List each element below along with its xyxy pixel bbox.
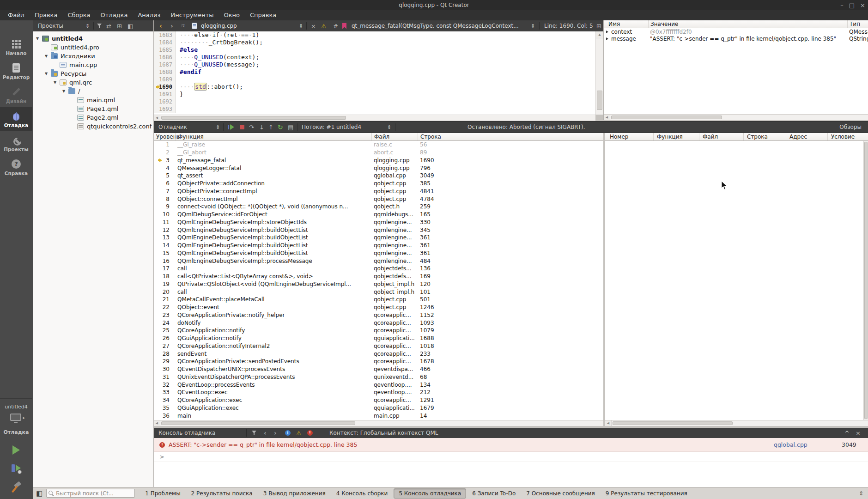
output-tab-8[interactable]: 9 Результаты тестирования xyxy=(601,489,692,498)
column-value[interactable]: Значение xyxy=(648,20,847,28)
column-4[interactable]: Строка xyxy=(747,133,768,140)
mode-button-debug[interactable]: Отладка xyxy=(0,107,32,131)
menu-2[interactable]: Сборка xyxy=(62,12,95,18)
restart-icon[interactable]: ↻ xyxy=(278,123,283,131)
column-5[interactable]: Адрес xyxy=(789,133,807,140)
output-tab-1[interactable]: 1 Проблемы xyxy=(140,489,185,498)
stack-frame-row[interactable]: 3qt_message_fatalqlogging.cpp1690 xyxy=(154,157,603,164)
menu-6[interactable]: Окно xyxy=(219,12,245,18)
output-pane-arrows-icon[interactable]: ⇕ xyxy=(859,490,863,497)
stack-frame-row[interactable]: 25QCoreApplication::notifyqcoreapplic...… xyxy=(154,327,603,335)
scrollbar-thumb[interactable] xyxy=(161,116,346,120)
scroll-left-icon[interactable]: ◀ xyxy=(605,420,612,426)
column-6[interactable]: Условие xyxy=(831,133,855,140)
views-button[interactable]: Обзоры xyxy=(839,124,862,130)
stack-horizontal-scrollbar[interactable]: ◀ xyxy=(154,420,603,426)
tree-item-project-root[interactable]: ▼untitled4 xyxy=(33,34,153,43)
line-number-gutter[interactable]: 1693 xyxy=(154,105,176,113)
stack-frame-row[interactable]: 12QQmlEngineDebugServiceImpl::buildObjec… xyxy=(154,226,603,234)
code-editor[interactable]: 1683····else·if·(ret·==·1)1684········_C… xyxy=(154,31,603,115)
stack-frame-row[interactable]: 13QQmlEngineDebugServiceImpl::buildObjec… xyxy=(154,234,603,242)
stack-frame-row[interactable]: 16QQmlEngineDebugServiceImpl::processMes… xyxy=(154,257,603,265)
filter-icon[interactable] xyxy=(97,23,103,29)
variable-row[interactable]: context@0x7fffffffd2f0QMessa xyxy=(604,28,868,35)
line-number-gutter[interactable]: 1691 xyxy=(154,91,176,98)
variable-row[interactable]: message"ASSERT: "c->sender == q_ptr" in … xyxy=(604,35,868,42)
scrollbar-thumb[interactable] xyxy=(864,142,868,419)
scrollbar-thumb[interactable] xyxy=(597,91,602,110)
expand-arrow-icon[interactable] xyxy=(606,37,608,40)
expand-arrow-icon[interactable] xyxy=(606,30,608,33)
error-filter-icon[interactable] xyxy=(307,430,313,436)
stack-frame-row[interactable]: 6QObjectPrivate::addConnectionqobject.cp… xyxy=(154,180,603,188)
panel-selector-arrows-icon[interactable]: ⇕ xyxy=(85,23,90,29)
menu-5[interactable]: Инструменты xyxy=(165,12,219,18)
menu-0[interactable]: Файл xyxy=(3,12,30,18)
tree-item-qtquickcontrols2-conf[interactable]: qtquickcontrols2.conf xyxy=(33,122,153,131)
output-tab-2[interactable]: 2 Результаты поиска xyxy=(187,489,257,498)
column-3[interactable]: Файл xyxy=(703,133,718,140)
close-document-icon[interactable]: × xyxy=(311,23,316,30)
tree-expand-arrow-icon[interactable]: ▼ xyxy=(35,37,42,41)
column-1[interactable]: Номер xyxy=(610,133,628,140)
close-panel-icon[interactable]: × xyxy=(856,430,861,437)
stack-frame-row[interactable]: 18call<QtPrivate::List<QByteArray const&… xyxy=(154,273,603,280)
output-tab-5[interactable]: 5 Консоль отладчика xyxy=(394,488,466,499)
close-sidebar-icon[interactable]: ◧ xyxy=(127,23,133,30)
hash-symbol-icon[interactable]: # xyxy=(333,23,338,30)
mode-button-editor[interactable]: Редактор xyxy=(0,59,32,83)
warning-filter-icon[interactable]: ⚠ xyxy=(296,430,302,437)
stack-frame-row[interactable]: 32QEventLoop::processEventsqeventloop...… xyxy=(154,381,603,389)
kit-selector[interactable]: ▸ xyxy=(9,414,23,424)
step-out-icon[interactable]: ↑ xyxy=(268,124,273,131)
maximize-icon[interactable]: □ xyxy=(849,2,855,9)
tree-item-root-dir[interactable]: ▼/ xyxy=(33,87,153,96)
column-function[interactable]: Функция xyxy=(175,133,371,140)
line-number-gutter[interactable]: 1683 xyxy=(154,31,176,39)
scroll-left-icon[interactable]: ◀ xyxy=(154,420,160,426)
line-number-gutter[interactable]: 1684 xyxy=(154,39,176,46)
stack-frame-row[interactable]: 24doNotifyqcoreapplic...1093 xyxy=(154,319,603,327)
tree-item-page2-qml[interactable]: Page2.qml xyxy=(33,113,153,122)
menu-7[interactable]: Справка xyxy=(245,12,281,18)
stack-frame-row[interactable]: 8QObject::connectImplqobject.cpp4784 xyxy=(154,195,603,203)
stack-frame-row[interactable]: 17callqobjectdefs...136 xyxy=(154,265,603,273)
step-into-icon[interactable]: ↓ xyxy=(259,124,264,131)
output-tab-4[interactable]: 4 Консоль сборки xyxy=(332,489,393,498)
column-level[interactable]: Уровень xyxy=(154,133,175,140)
line-number-gutter[interactable]: 1688 xyxy=(154,68,176,76)
stop-debugger-icon[interactable] xyxy=(240,125,244,129)
stack-frame-row[interactable]: 23QCoreApplicationPrivate::notify_helper… xyxy=(154,311,603,319)
locals-horizontal-scrollbar[interactable]: ◀ xyxy=(604,114,868,120)
filter-icon[interactable] xyxy=(252,430,257,436)
column-file[interactable]: Файл xyxy=(371,133,418,140)
collapse-panel-icon[interactable]: ^ xyxy=(844,430,850,437)
stack-frame-row[interactable]: 7QObjectPrivate::connectImplqobject.cpp4… xyxy=(154,188,603,195)
editor-horizontal-scrollbar[interactable]: ◀ xyxy=(154,115,595,121)
menu-4[interactable]: Анализ xyxy=(133,12,165,18)
tree-item-pro-file[interactable]: untitled4.pro xyxy=(33,43,153,52)
line-number-gutter[interactable]: 1692 xyxy=(154,98,176,105)
symbol-dropdown-icon[interactable]: ⇕ xyxy=(531,23,535,29)
stack-frame-row[interactable]: 31QUnixEventDispatcherQPA::processEvents… xyxy=(154,373,603,381)
panel-selector-arrows-icon[interactable]: ⇕ xyxy=(216,124,220,130)
search-input[interactable] xyxy=(56,489,134,497)
tree-expand-arrow-icon[interactable]: ▼ xyxy=(44,54,51,58)
column-name[interactable]: Имя xyxy=(604,20,648,28)
tree-item-page1-qml[interactable]: Page1.qml xyxy=(33,104,153,113)
output-tab-6[interactable]: 6 Записи To-Do xyxy=(467,489,520,498)
threads-selector[interactable]: Потоки: #1 untitled4 xyxy=(302,124,361,130)
tree-item-resources[interactable]: ▼Ресурсы xyxy=(33,69,153,78)
mode-button-home[interactable]: Начало xyxy=(0,35,32,59)
scrollbar-thumb[interactable] xyxy=(611,116,722,119)
minimize-icon[interactable]: – xyxy=(840,2,844,9)
scrollbar-thumb[interactable] xyxy=(161,421,355,425)
sync-with-editor-icon[interactable]: ⇄ xyxy=(106,23,111,30)
column-2[interactable]: Функция xyxy=(657,133,683,140)
split-editor-icon[interactable]: ⊞ xyxy=(596,23,601,30)
stack-frame-row[interactable]: 21QMetaCallEvent::placeMetaCallqobject.c… xyxy=(154,296,603,304)
locator-search[interactable] xyxy=(46,489,135,498)
toggle-sidebar-icon[interactable]: ◧ xyxy=(36,489,42,498)
stack-frame-row[interactable]: 10QQmlDebugService::idForObjectqqmldebug… xyxy=(154,211,603,219)
scroll-left-icon[interactable]: ◀ xyxy=(154,115,160,121)
